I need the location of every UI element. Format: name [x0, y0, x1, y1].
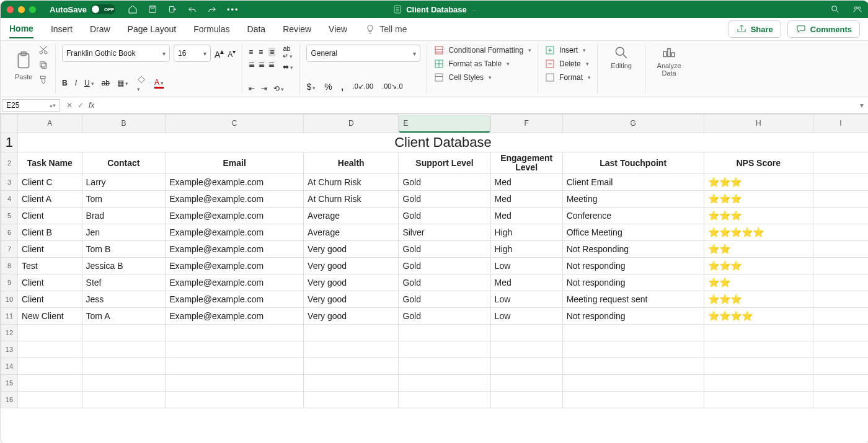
email-cell[interactable]: Example@example.com — [166, 241, 304, 258]
touchpoint-cell[interactable]: Not responding — [562, 274, 704, 291]
cell[interactable] — [399, 358, 490, 375]
column-header-cell[interactable]: NPS Score — [704, 152, 813, 174]
cell[interactable] — [562, 325, 704, 341]
task-cell[interactable]: Client — [17, 274, 82, 291]
touchpoint-cell[interactable]: Office Meeting — [562, 224, 704, 241]
maximize-dot[interactable] — [29, 6, 36, 13]
home-icon[interactable] — [128, 4, 138, 14]
font-size-select[interactable]: 16 — [174, 45, 211, 62]
cell[interactable] — [304, 358, 399, 375]
touchpoint-cell[interactable]: Meeting — [562, 191, 704, 208]
engagement-cell[interactable]: Low — [490, 258, 562, 274]
engagement-cell[interactable]: High — [490, 241, 562, 258]
cell[interactable] — [490, 358, 562, 375]
cell[interactable] — [813, 224, 868, 241]
chevron-down-icon[interactable]: ⌄ — [472, 6, 477, 12]
touchpoint-cell[interactable]: Meeting request sent — [562, 291, 704, 308]
cell[interactable] — [813, 274, 868, 291]
paste-icon[interactable] — [13, 50, 34, 72]
decrease-decimal-icon[interactable]: .00↘.0 — [382, 82, 402, 90]
cell[interactable] — [490, 375, 562, 392]
copy-icon[interactable] — [38, 59, 49, 71]
cell[interactable] — [166, 325, 304, 341]
col-header-H[interactable]: H — [704, 115, 813, 133]
cell[interactable] — [813, 241, 868, 258]
contact-cell[interactable]: Stef — [82, 274, 166, 291]
contact-cell[interactable]: Larry — [82, 174, 166, 191]
touchpoint-cell[interactable]: Client Email — [562, 174, 704, 191]
row-header[interactable]: 3 — [1, 174, 18, 191]
cell[interactable] — [82, 325, 166, 341]
cell[interactable] — [82, 392, 166, 408]
cell[interactable] — [17, 375, 82, 392]
enter-formula-icon[interactable]: ✓ — [78, 101, 84, 110]
cell[interactable] — [399, 375, 490, 392]
col-header-B[interactable]: B — [82, 115, 166, 133]
cell[interactable] — [17, 325, 82, 341]
health-cell[interactable]: At Churn Risk — [304, 174, 399, 191]
support-cell[interactable]: Silver — [399, 224, 490, 241]
orientation-icon[interactable]: ⟲▾ — [273, 84, 284, 93]
tab-page-layout[interactable]: Page Layout — [128, 20, 177, 38]
shrink-font-icon[interactable]: A▾ — [228, 48, 236, 59]
support-cell[interactable]: Gold — [399, 208, 490, 224]
format-painter-icon[interactable] — [38, 74, 49, 86]
column-header-cell[interactable]: Support Level — [399, 152, 490, 174]
percent-icon[interactable]: % — [324, 82, 332, 92]
email-cell[interactable]: Example@example.com — [166, 208, 304, 224]
autosave-switch[interactable]: OFF — [91, 4, 115, 14]
row-header[interactable]: 7 — [1, 241, 18, 258]
cell-styles-button[interactable]: Cell Styles▾ — [433, 72, 531, 83]
row-header[interactable]: 16 — [1, 392, 18, 408]
undo-icon[interactable] — [187, 4, 197, 14]
cell[interactable] — [166, 375, 304, 392]
health-cell[interactable]: Very good — [304, 308, 399, 325]
delete-cells-button[interactable]: Delete▾ — [544, 58, 591, 69]
email-cell[interactable]: Example@example.com — [166, 258, 304, 274]
engagement-cell[interactable]: High — [490, 224, 562, 241]
editing-button[interactable]: Editing — [604, 45, 639, 69]
contact-cell[interactable]: Tom B — [82, 241, 166, 258]
engagement-cell[interactable]: Med — [490, 208, 562, 224]
col-header-C[interactable]: C — [166, 115, 304, 133]
cell[interactable] — [399, 392, 490, 408]
task-cell[interactable]: Test — [17, 258, 82, 274]
contact-cell[interactable]: Jen — [82, 224, 166, 241]
cell[interactable] — [166, 358, 304, 375]
cell[interactable] — [304, 375, 399, 392]
cell[interactable] — [562, 341, 704, 358]
support-cell[interactable]: Gold — [399, 258, 490, 274]
nps-stars-cell[interactable]: ⭐⭐ — [704, 274, 813, 291]
spreadsheet[interactable]: ABCDEFGHI1Client Database2Task NameConta… — [1, 114, 868, 443]
cell[interactable] — [490, 341, 562, 358]
cell[interactable] — [813, 208, 868, 224]
cell[interactable] — [304, 341, 399, 358]
conditional-formatting-button[interactable]: Conditional Formatting▾ — [433, 45, 531, 56]
cell[interactable] — [399, 341, 490, 358]
touchpoint-cell[interactable]: Not Responding — [562, 241, 704, 258]
cell[interactable] — [813, 325, 868, 341]
task-cell[interactable]: Client A — [17, 191, 82, 208]
cell[interactable] — [166, 392, 304, 408]
email-cell[interactable]: Example@example.com — [166, 274, 304, 291]
health-cell[interactable]: Average — [304, 224, 399, 241]
nps-stars-cell[interactable]: ⭐⭐ — [704, 241, 813, 258]
document-title[interactable]: Client Database ⌄ — [392, 4, 477, 14]
contact-cell[interactable]: Tom A — [82, 308, 166, 325]
share-presence-icon[interactable] — [852, 4, 862, 14]
font-color-button[interactable]: A▾ — [154, 78, 164, 89]
health-cell[interactable]: Very good — [304, 241, 399, 258]
redo-icon[interactable] — [207, 4, 217, 14]
tab-home[interactable]: Home — [9, 20, 33, 38]
nps-stars-cell[interactable]: ⭐⭐⭐⭐ — [704, 308, 813, 325]
engagement-cell[interactable]: Low — [490, 308, 562, 325]
email-cell[interactable]: Example@example.com — [166, 174, 304, 191]
cell[interactable] — [304, 392, 399, 408]
number-format-select[interactable]: General — [306, 45, 420, 62]
bold-button[interactable]: B — [62, 79, 68, 87]
cell[interactable] — [704, 358, 813, 375]
column-header-cell[interactable]: Engagement Level — [490, 152, 562, 174]
support-cell[interactable]: Gold — [399, 291, 490, 308]
more-icon[interactable]: ••• — [227, 5, 239, 14]
row-header[interactable]: 10 — [1, 291, 18, 308]
